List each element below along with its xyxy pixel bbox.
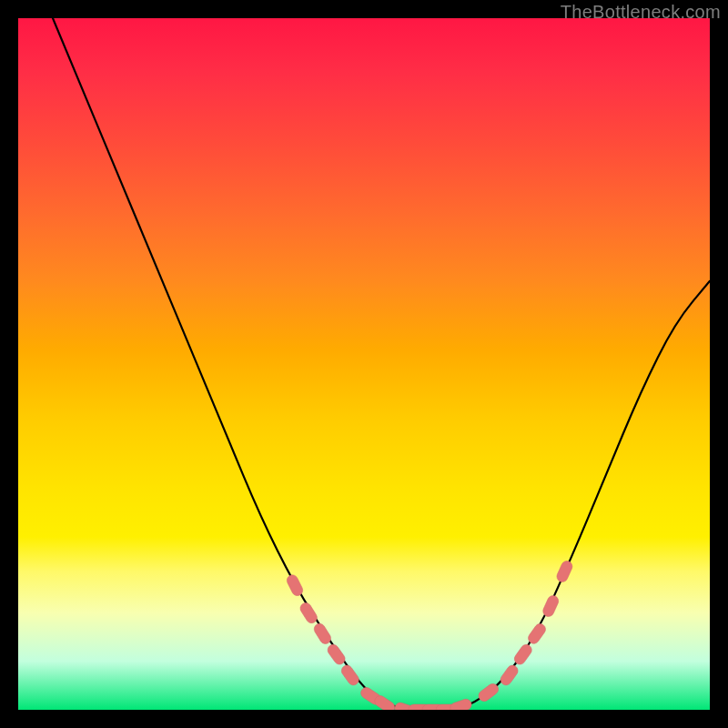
- plot-background-gradient: [18, 18, 710, 710]
- chart-container: TheBottleneck.com: [0, 0, 728, 728]
- watermark-text: TheBottleneck.com: [561, 2, 721, 23]
